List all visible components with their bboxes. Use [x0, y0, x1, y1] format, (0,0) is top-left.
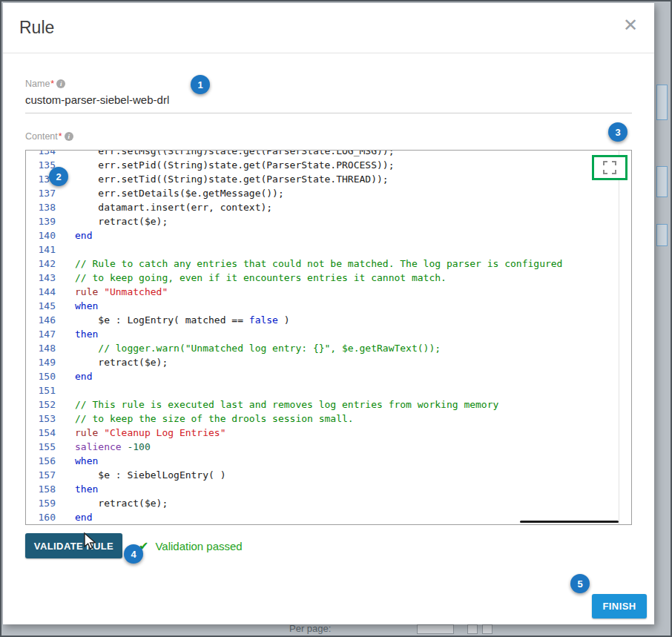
horizontal-scrollbar-thumb[interactable] — [520, 521, 619, 523]
annotation-badge-2: 2 — [49, 167, 68, 186]
code-text: err.setTid((String)state.get(ParserState… — [56, 172, 389, 186]
backdrop-link-box — [656, 166, 668, 197]
code-lines: 135 err.setPid((String)state.get(ParserS… — [26, 158, 631, 524]
code-line: 147then — [26, 327, 631, 341]
line-number: 153 — [26, 412, 56, 426]
mouse-cursor-icon — [81, 532, 97, 551]
rule-modal: Rule ✕ Name* i custom-parser-siebel-web-… — [3, 3, 654, 624]
code-line: 152// This rule is executed last and rem… — [26, 397, 631, 412]
code-text: end — [56, 369, 92, 383]
code-line: 137 err.setDetails($e.getMessage()); — [26, 186, 631, 200]
annotation-badge-5: 5 — [570, 574, 590, 593]
code-text: end — [56, 510, 92, 524]
close-icon[interactable]: ✕ — [623, 16, 638, 34]
line-number: 154 — [26, 426, 56, 440]
info-icon[interactable]: i — [56, 79, 65, 88]
code-line: 150end — [26, 369, 631, 383]
annotation-badge-4: 4 — [124, 544, 143, 564]
code-line: 156when — [26, 454, 631, 468]
fullscreen-expand-icon[interactable] — [602, 160, 617, 175]
code-text: $e : LogEntry( matched == false ) — [56, 313, 290, 327]
code-text: // to keep going, even if it encounters … — [56, 271, 447, 285]
line-number: 137 — [26, 186, 56, 200]
code-line: 139 retract($e); — [26, 214, 631, 228]
code-text: err.setPid((String)state.get(ParserState… — [56, 158, 394, 172]
line-number: 146 — [26, 313, 56, 327]
line-number: 145 — [26, 299, 56, 313]
code-line: 146 $e : LogEntry( matched == false ) — [26, 313, 631, 327]
annotation-badge-3: 3 — [608, 122, 627, 142]
code-text: salience -100 — [56, 440, 151, 454]
line-number: 160 — [26, 510, 56, 524]
name-field-block: Name* i custom-parser-siebel-web-drl — [25, 79, 632, 113]
code-line: 154rule "Cleanup Log Entries" — [26, 426, 631, 440]
modal-body: Name* i custom-parser-siebel-web-drl Con… — [3, 79, 654, 566]
code-line: 153// to keep the size of the drools ses… — [26, 412, 631, 426]
code-line: 143// to keep going, even if it encounte… — [26, 271, 631, 285]
code-line: 159 retract($e); — [26, 496, 631, 510]
content-label-text: Content — [25, 131, 58, 142]
info-icon[interactable]: i — [65, 132, 73, 141]
code-line: 144rule "Unmatched" — [26, 285, 631, 299]
required-asterisk: * — [59, 131, 62, 142]
name-label: Name* i — [25, 79, 632, 89]
screen: Per page: Rule ✕ Name* i custom-parser-s… — [0, 0, 672, 637]
code-text: retract($e); — [56, 496, 168, 510]
code-text — [56, 242, 75, 257]
line-number: 148 — [26, 341, 56, 355]
line-number: 151 — [26, 383, 56, 397]
line-number: 149 — [26, 355, 56, 369]
partial-line-clip: 134 err.setMsg((String)state.get(ParserS… — [26, 151, 631, 158]
code-text: when — [56, 299, 98, 313]
code-text: // logger.warn("Unmatched log entry: {}"… — [56, 341, 441, 355]
code-line: 135 err.setPid((String)state.get(ParserS… — [26, 158, 631, 172]
annotation-box-expand — [592, 155, 627, 180]
code-text: when — [56, 454, 98, 468]
backdrop-link-box — [656, 85, 668, 120]
code-text: then — [56, 482, 98, 496]
code-text: retract($e); — [56, 214, 168, 228]
name-label-text: Name — [25, 79, 50, 89]
code-line: 138 datamart.insert(err, context); — [26, 200, 631, 214]
backdrop-pagination-bar: Per page: — [1, 623, 671, 636]
content-label: Content* i — [25, 131, 632, 142]
code-text: // This rule is executed last and remove… — [56, 397, 498, 412]
code-text — [56, 383, 75, 397]
required-asterisk: * — [50, 79, 54, 89]
code-text: end — [56, 228, 92, 242]
actions-row: VALIDATE RULE ✔ Validation passed — [25, 533, 632, 566]
code-text: datamart.insert(err, context); — [56, 200, 272, 214]
per-page-label: Per page: — [289, 623, 331, 634]
code-text: rule "Unmatched" — [56, 285, 168, 299]
line-number: 141 — [26, 242, 56, 257]
line-number: 144 — [26, 285, 56, 299]
code-text: // Rule to catch any entries that could … — [56, 257, 562, 271]
code-line: 148 // logger.warn("Unmatched log entry:… — [26, 341, 631, 355]
annotation-badge-1: 1 — [191, 75, 210, 94]
code-line: 134 err.setMsg((String)state.get(ParserS… — [26, 151, 631, 158]
code-line: 142// Rule to catch any entries that cou… — [26, 257, 631, 271]
line-number: 155 — [26, 440, 56, 454]
line-number: 139 — [26, 214, 56, 228]
code-line: 149 retract($e); — [26, 355, 631, 369]
line-number: 158 — [26, 482, 56, 496]
modal-header: Rule ✕ — [3, 3, 654, 53]
line-number: 140 — [26, 228, 56, 242]
line-number: 152 — [26, 397, 56, 412]
line-number: 159 — [26, 496, 56, 510]
line-number: 147 — [26, 327, 56, 341]
code-line: 155salience -100 — [26, 440, 631, 454]
backdrop-link-box — [656, 224, 668, 246]
name-input[interactable]: custom-parser-siebel-web-drl — [25, 89, 632, 113]
per-page-select — [417, 624, 454, 634]
code-text: then — [56, 327, 98, 341]
code-text: err.setDetails($e.getMessage()); — [56, 186, 284, 200]
code-line: 158then — [26, 482, 631, 496]
code-editor[interactable]: 134 err.setMsg((String)state.get(ParserS… — [25, 150, 632, 525]
code-text: // to keep the size of the drools sessio… — [56, 412, 354, 426]
code-line: 145when — [26, 299, 631, 313]
code-line: 141 — [26, 242, 631, 257]
finish-button[interactable]: FINISH — [592, 594, 647, 618]
validate-rule-button[interactable]: VALIDATE RULE — [25, 533, 122, 558]
vertical-scrollbar[interactable] — [619, 151, 619, 524]
